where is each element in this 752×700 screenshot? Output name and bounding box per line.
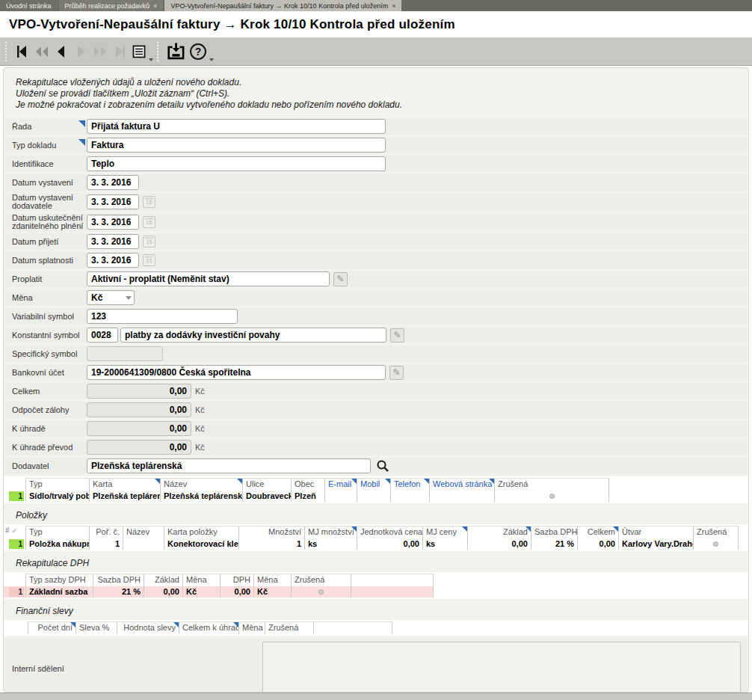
column-header: Útvar bbox=[619, 526, 694, 538]
hash-icon: # bbox=[5, 526, 10, 535]
column-header: Telefon bbox=[391, 478, 430, 491]
variabilni-symbol-input[interactable]: 123 bbox=[87, 309, 238, 324]
first-record-button[interactable] bbox=[13, 42, 32, 61]
supplier-table-header: Typ Karta Název Ulice Obec E-mail Mobil … bbox=[4, 478, 748, 491]
identifikace-input[interactable]: Teplo bbox=[87, 156, 386, 171]
column-header: Typ sazby DPH bbox=[26, 574, 93, 586]
dropdown-arrow-icon[interactable] bbox=[126, 296, 132, 300]
filler-cell bbox=[351, 586, 434, 598]
currency-label: Kč bbox=[195, 424, 205, 433]
datum-vystaveni-dodavatele-input[interactable]: 3. 3. 2016 bbox=[87, 194, 139, 209]
edit-pencil-icon[interactable]: ✎ bbox=[390, 328, 404, 343]
column-header: Měna bbox=[254, 574, 292, 586]
column-header: DPH bbox=[221, 574, 254, 586]
datum-splatnosti-input[interactable]: 3. 3. 2016 bbox=[87, 253, 139, 268]
column-header: MJ ceny bbox=[423, 526, 468, 538]
field-label: Interní sdělení bbox=[4, 664, 262, 673]
datum-duzp-input[interactable]: 3. 3. 2016 bbox=[87, 215, 139, 230]
column-header: E-mail bbox=[325, 478, 357, 491]
column-header: Název bbox=[123, 526, 164, 538]
typ-dokladu-input[interactable]: Faktura bbox=[87, 138, 386, 153]
column-header: Množství bbox=[239, 526, 305, 538]
next-fast-icon bbox=[92, 43, 108, 60]
datum-prijeti-input[interactable]: 3. 3. 2016 bbox=[87, 234, 139, 249]
help-icon: ? bbox=[188, 42, 208, 61]
record-list-button[interactable] bbox=[129, 42, 149, 61]
field-label: Řada bbox=[4, 123, 87, 131]
field-row-specificky-symbol: Specifický symbol bbox=[4, 346, 748, 362]
field-row-datum-vystaveni: Datum vystavení 3. 3. 2016 bbox=[4, 174, 748, 191]
field-label: Datum splatnosti bbox=[4, 257, 87, 265]
close-icon[interactable]: × bbox=[153, 2, 157, 10]
tab-vpo-vytvoreni-faktury[interactable]: VPO-Vytvoření-Nepaušální faktury → Krok … bbox=[164, 0, 401, 11]
field-label: Odpočet zálohy bbox=[4, 406, 87, 414]
column-header: Zrušená bbox=[495, 478, 609, 491]
column-header: Sazba DPH bbox=[93, 574, 144, 586]
column-header: Karta bbox=[90, 478, 161, 491]
next-icon bbox=[73, 43, 89, 60]
bankovni-ucet-input[interactable]: 19-2000641309/0800 Česká spořitelna bbox=[87, 365, 386, 380]
filler-column bbox=[351, 574, 434, 586]
mena-select[interactable]: Kč bbox=[87, 290, 135, 305]
field-label: Datum vystavení bbox=[4, 179, 87, 187]
field-label: Proplatit bbox=[4, 275, 87, 283]
step-instructions: Rekapitulace vložených údajů a uložení n… bbox=[4, 74, 748, 118]
column-header: Základ bbox=[468, 526, 531, 538]
odpocet-zalohy-input: 0,00 bbox=[87, 402, 191, 417]
toolbar-grip[interactable] bbox=[157, 42, 161, 61]
search-icon bbox=[376, 459, 389, 473]
field-row-rada: Řada Přijatá faktura U bbox=[4, 118, 748, 135]
close-icon[interactable]: × bbox=[392, 2, 395, 10]
field-label: Konstantní symbol bbox=[4, 331, 87, 340]
cell-sazba-dph: 21 % bbox=[93, 586, 144, 598]
field-row-bankovni-ucet: Bankovní účet 19-2000641309/0800 Česká s… bbox=[4, 364, 748, 381]
previous-button[interactable] bbox=[52, 42, 71, 61]
interni-sdeleni-textarea[interactable] bbox=[262, 642, 741, 693]
proplatit-input[interactable]: Aktivní - proplatit (Neměnit stav) bbox=[87, 271, 330, 286]
field-label: K úhradě převod bbox=[4, 443, 87, 452]
toolbar-overflow-icon[interactable] bbox=[209, 58, 214, 61]
datum-vystaveni-input[interactable]: 3. 3. 2016 bbox=[87, 175, 139, 190]
tab-prubeh-realizace[interactable]: Průběh realizace požadavků × bbox=[59, 0, 164, 11]
save-record-icon bbox=[166, 42, 186, 61]
save-record-button[interactable] bbox=[164, 42, 187, 61]
polozky-table-row[interactable]: 1 Položka nákupní 1 Konektorovací kleště… bbox=[4, 538, 748, 550]
edit-pencil-icon[interactable]: ✎ bbox=[389, 366, 404, 380]
tab-label: VPO-Vytvoření-Nepaušální faktury → Krok … bbox=[170, 2, 388, 10]
help-button[interactable]: ? bbox=[187, 42, 209, 61]
cell-mj-ceny: ks bbox=[423, 538, 468, 550]
previous-fast-icon bbox=[34, 43, 50, 60]
zrusena-radio-icon bbox=[713, 541, 718, 547]
cell-mj-mnozstvi: ks bbox=[305, 538, 357, 550]
column-header: Jednotková cena bbox=[357, 526, 423, 538]
instruction-line: Uložení se provádí tlačítkem „Uložit záz… bbox=[16, 88, 748, 99]
konstantni-symbol-code-input[interactable]: 0028 bbox=[87, 328, 118, 343]
last-record-button bbox=[110, 42, 129, 61]
search-button[interactable] bbox=[376, 459, 389, 473]
dodavatel-input[interactable]: Plzeňská teplárenská bbox=[87, 458, 371, 473]
column-header: Poř. č. bbox=[90, 526, 123, 538]
rada-input[interactable]: Přijatá faktura U bbox=[87, 119, 386, 134]
konstantni-symbol-input[interactable]: platby za dodávky investiční povahy bbox=[120, 328, 386, 343]
cell-utvar: Karlovy Vary.Drahovice bbox=[619, 538, 694, 550]
field-label: Datum vystavení dodavatele bbox=[4, 194, 87, 210]
toolbar-grip[interactable] bbox=[5, 42, 9, 61]
row-number-header: # ✓ bbox=[4, 526, 26, 538]
svg-text:?: ? bbox=[195, 46, 202, 58]
toolbar-overflow-icon[interactable] bbox=[149, 58, 153, 61]
required-marker-icon bbox=[78, 139, 85, 146]
edit-pencil-icon[interactable]: ✎ bbox=[333, 272, 348, 286]
cell-celkem: 0,00 bbox=[578, 538, 619, 550]
currency-label: Kč bbox=[195, 405, 205, 414]
field-row-typ-dokladu: Typ dokladu Faktura bbox=[4, 137, 748, 153]
field-row-variabilni-symbol: Variabilní symbol 123 bbox=[4, 308, 748, 325]
specificky-symbol-input[interactable] bbox=[87, 346, 163, 361]
tab-uvodni-stranka[interactable]: Úvodní stránka bbox=[0, 0, 58, 11]
field-row-konstantni-symbol: Konstantní symbol 0028 platby za dodávky… bbox=[4, 327, 748, 343]
celkem-input: 0,00 bbox=[87, 384, 191, 399]
dph-table-row[interactable]: 1 Základní sazba 21 % 0,00 Kč 0,00 Kč bbox=[4, 586, 748, 598]
cell-zrusena bbox=[292, 586, 351, 598]
supplier-table-row[interactable]: 1 Sídlo/trvalý pobyt Plzeňská teplárensk… bbox=[4, 491, 748, 502]
field-row-datum-splatnosti: Datum splatnosti 3. 3. 2016 15 bbox=[4, 252, 748, 268]
title-bar: VPO-Vytvoření-Nepaušální faktury → Krok … bbox=[0, 11, 752, 38]
